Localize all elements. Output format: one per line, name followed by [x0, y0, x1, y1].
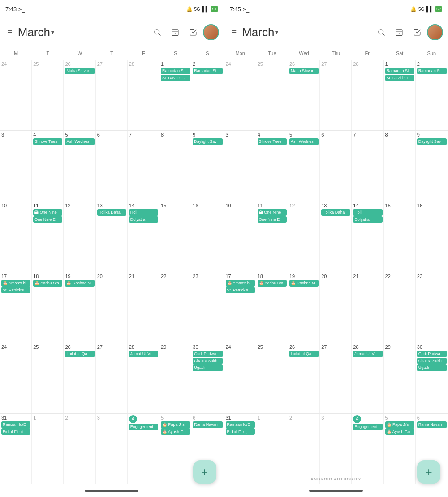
- event-chip[interactable]: Dolyatra: [129, 216, 158, 223]
- day-cell-0-2[interactable]: 26Maha Shivar: [64, 60, 95, 130]
- day-cell-4-5[interactable]: 29: [159, 343, 191, 413]
- day-cell-1-4[interactable]: 7: [352, 131, 383, 201]
- day-cell-1-0[interactable]: 3: [0, 131, 32, 201]
- event-chip[interactable]: Engagement: [353, 424, 382, 430]
- day-cell-1-5[interactable]: 8: [159, 131, 191, 201]
- day-cell-2-4[interactable]: 14HoliDolyatra: [352, 201, 383, 272]
- event-chip[interactable]: Ash Wednes: [289, 138, 319, 145]
- event-chip[interactable]: Engagement: [129, 424, 158, 430]
- event-chip[interactable]: Chaitra Sukh: [417, 358, 447, 364]
- search-button[interactable]: [373, 24, 389, 40]
- search-button[interactable]: [149, 24, 165, 40]
- event-chip[interactable]: Ash Wednes: [65, 138, 94, 145]
- day-cell-3-1[interactable]: 18🎂 Aashu Sta: [32, 272, 64, 343]
- event-chip[interactable]: Eid al-Fitr (t: [1, 428, 30, 435]
- day-cell-5-4[interactable]: 4Engagement: [128, 414, 159, 484]
- tasks-button[interactable]: [185, 24, 201, 40]
- day-cell-4-2[interactable]: 26Lailat al-Qa: [64, 343, 95, 413]
- event-chip[interactable]: Daylight Sav: [417, 138, 447, 145]
- event-chip[interactable]: 🎂 Rachna M: [289, 280, 319, 287]
- day-cell-3-2[interactable]: 19🎂 Rachna M: [288, 272, 320, 343]
- day-cell-3-0[interactable]: 17🎂 Aman's biSt. Patrick's: [224, 272, 256, 343]
- event-chip[interactable]: Dolyatra: [353, 216, 382, 223]
- day-cell-4-4[interactable]: 28Jamat Ul-Vi: [128, 343, 159, 413]
- fab-add-button[interactable]: +: [417, 460, 440, 484]
- event-chip[interactable]: One Nine Ei: [258, 216, 287, 223]
- calendar-today-button[interactable]: 23: [167, 24, 183, 40]
- event-chip[interactable]: St. Patrick's: [1, 287, 30, 294]
- event-chip[interactable]: Holi: [353, 209, 382, 216]
- day-cell-3-0[interactable]: 17🎂 Aman's biSt. Patrick's: [0, 272, 32, 343]
- event-chip[interactable]: 🎂 Aman's bi: [226, 280, 255, 287]
- hamburger-icon[interactable]: ≡: [4, 25, 15, 40]
- event-chip[interactable]: Jamat Ul-Vi: [129, 351, 158, 357]
- day-cell-0-1[interactable]: 25: [256, 60, 288, 130]
- day-cell-5-0[interactable]: 31Ramzan Id/EEid al-Fitr (t: [0, 414, 32, 484]
- day-cell-2-1[interactable]: 11🏔 One NineOne Nine Ei: [32, 201, 64, 272]
- event-chip[interactable]: St. David's D: [161, 75, 190, 81]
- event-chip[interactable]: St. Patrick's: [226, 287, 255, 294]
- day-cell-0-5[interactable]: 1Ramadan St...St. David's D: [384, 60, 416, 130]
- event-chip[interactable]: 🎂 Aashu Sta: [33, 280, 62, 287]
- day-cell-0-3[interactable]: 27: [96, 60, 128, 130]
- day-cell-3-3[interactable]: 20: [96, 272, 128, 343]
- event-chip[interactable]: Rama Navan: [417, 421, 447, 428]
- event-chip[interactable]: Holi: [129, 209, 158, 216]
- day-cell-1-3[interactable]: 6: [320, 131, 352, 201]
- day-cell-5-2[interactable]: 2: [288, 414, 320, 484]
- day-cell-5-5[interactable]: 5🎂 Papa Ji's🎂 Ayush Go: [384, 414, 416, 484]
- day-cell-4-1[interactable]: 25: [32, 343, 64, 413]
- event-chip[interactable]: Lailat al-Qa: [289, 351, 319, 357]
- day-cell-5-3[interactable]: 3: [320, 414, 352, 484]
- day-cell-3-3[interactable]: 20: [320, 272, 352, 343]
- event-chip[interactable]: Ramadan St...: [161, 68, 190, 74]
- month-title[interactable]: March ▾: [18, 26, 146, 39]
- day-cell-0-4[interactable]: 28: [352, 60, 383, 130]
- event-chip[interactable]: Holika Daha: [321, 209, 350, 216]
- event-chip[interactable]: Ramadan St...: [385, 68, 414, 74]
- event-chip[interactable]: 🎂 Ayush Go: [385, 428, 414, 435]
- event-chip[interactable]: Eid al-Fitr (t: [226, 428, 255, 435]
- day-cell-4-6[interactable]: 30Gudi PadwaChaitra SukhUgadi: [416, 343, 448, 413]
- day-cell-1-4[interactable]: 7: [128, 131, 159, 201]
- day-cell-3-2[interactable]: 19🎂 Rachna M: [64, 272, 95, 343]
- month-title[interactable]: March ▾: [242, 26, 370, 39]
- day-cell-1-0[interactable]: 3: [224, 131, 256, 201]
- day-cell-0-5[interactable]: 1Ramadan St...St. David's D: [159, 60, 191, 130]
- event-chip[interactable]: Daylight Sav: [193, 138, 222, 145]
- day-cell-2-3[interactable]: 13Holika Daha: [96, 201, 128, 272]
- day-cell-0-1[interactable]: 25: [32, 60, 64, 130]
- event-chip[interactable]: 🏔 One Nine: [258, 209, 287, 216]
- day-cell-3-1[interactable]: 18🎂 Aashu Sta: [256, 272, 288, 343]
- user-avatar[interactable]: [427, 24, 443, 40]
- event-chip[interactable]: Holika Daha: [97, 209, 126, 216]
- event-chip[interactable]: 🎂 Papa Ji's: [385, 421, 414, 428]
- event-chip[interactable]: 🏔 One Nine: [33, 209, 62, 216]
- user-avatar[interactable]: [203, 24, 219, 40]
- day-cell-1-6[interactable]: 9Daylight Sav: [191, 131, 223, 201]
- fab-add-button[interactable]: +: [193, 460, 216, 484]
- day-cell-2-1[interactable]: 11🏔 One NineOne Nine Ei: [256, 201, 288, 272]
- day-cell-0-2[interactable]: 26Maha Shivar: [288, 60, 320, 130]
- event-chip[interactable]: Ramadan St...: [193, 68, 222, 74]
- event-chip[interactable]: Lailat al-Qa: [65, 351, 94, 357]
- day-cell-0-6[interactable]: 2Ramadan St...: [416, 60, 448, 130]
- day-cell-2-4[interactable]: 14HoliDolyatra: [128, 201, 159, 272]
- event-chip[interactable]: 🎂 Aashu Sta: [258, 280, 287, 287]
- day-cell-1-2[interactable]: 5Ash Wednes: [64, 131, 95, 201]
- day-cell-4-5[interactable]: 29: [384, 343, 416, 413]
- day-cell-4-6[interactable]: 30Gudi PadwaChaitra SukhUgadi: [191, 343, 223, 413]
- day-cell-3-6[interactable]: 23: [416, 272, 448, 343]
- day-cell-5-0[interactable]: 31Ramzan Id/EEid al-Fitr (t: [224, 414, 256, 484]
- day-cell-2-0[interactable]: 10: [0, 201, 32, 272]
- day-cell-4-3[interactable]: 27: [320, 343, 352, 413]
- event-chip[interactable]: 🎂 Papa Ji's: [161, 421, 190, 428]
- day-cell-5-5[interactable]: 5🎂 Papa Ji's🎂 Ayush Go: [159, 414, 191, 484]
- day-cell-5-3[interactable]: 3: [96, 414, 128, 484]
- hamburger-icon[interactable]: ≡: [229, 25, 240, 40]
- event-chip[interactable]: Shrove Tues: [258, 138, 287, 145]
- event-chip[interactable]: Jamat Ul-Vi: [353, 351, 382, 357]
- day-cell-2-6[interactable]: 16: [191, 201, 223, 272]
- day-cell-2-0[interactable]: 10: [224, 201, 256, 272]
- day-cell-3-5[interactable]: 22: [159, 272, 191, 343]
